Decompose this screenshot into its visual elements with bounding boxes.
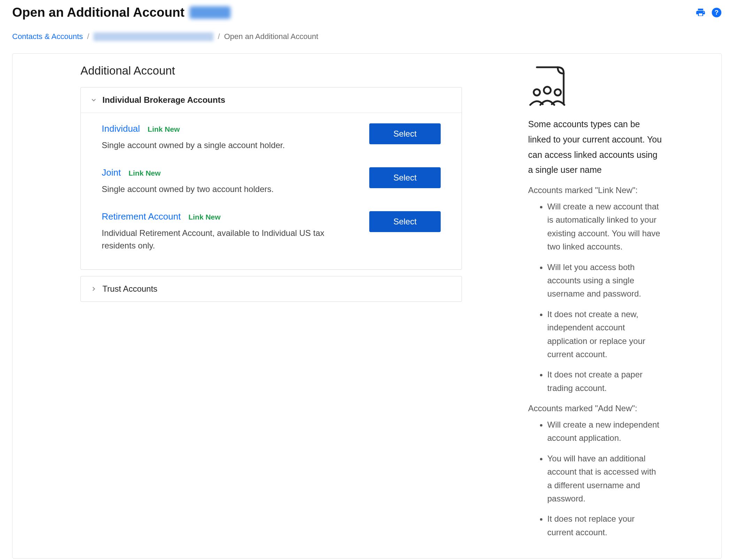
info-bullet: Will let you access both accounts using … <box>547 261 662 301</box>
info-bullet: It does not replace your current account… <box>547 512 662 539</box>
info-bullet: You will have an additional account that… <box>547 452 662 506</box>
breadcrumb-root[interactable]: Contacts & Accounts <box>12 32 83 41</box>
info-bullet: Will create a new account that is automa… <box>547 200 662 254</box>
svg-point-3 <box>534 89 540 95</box>
breadcrumb-current: Open an Additional Account <box>224 32 318 41</box>
title-wrap: Open an Additional Account <box>12 5 231 20</box>
account-text: Individual Link New Single account owned… <box>102 123 359 152</box>
account-text: Retirement Account Link New Individual R… <box>102 211 359 252</box>
account-title: Joint <box>102 167 121 178</box>
main-card: Additional Account Individual Brokerage … <box>12 53 722 559</box>
card-left: Additional Account Individual Brokerage … <box>80 64 462 548</box>
select-button-joint[interactable]: Select <box>369 167 441 188</box>
svg-point-2 <box>544 87 551 94</box>
print-icon[interactable] <box>695 7 706 18</box>
accordion-trust: Trust Accounts <box>80 276 462 302</box>
svg-point-4 <box>555 89 561 95</box>
account-text: Joint Link New Single account owned by t… <box>102 167 359 195</box>
accordion-trust-label: Trust Accounts <box>102 284 157 294</box>
info-panel: Some accounts types can be linked to you… <box>528 64 662 548</box>
info-bullet: Will create a new independent account ap… <box>547 418 662 445</box>
account-desc: Single account owned by a single account… <box>102 139 359 152</box>
accordion-brokerage-header[interactable]: Individual Brokerage Accounts <box>81 87 462 113</box>
svg-text:?: ? <box>714 9 718 16</box>
info-intro: Some accounts types can be linked to you… <box>528 117 662 178</box>
breadcrumb-separator: / <box>87 32 89 41</box>
chevron-down-icon <box>90 96 98 104</box>
info-illustration <box>528 66 662 108</box>
accordion-brokerage: Individual Brokerage Accounts Individual… <box>80 87 462 270</box>
info-bullet: It does not create a new, independent ac… <box>547 308 662 361</box>
select-button-retirement[interactable]: Select <box>369 211 441 232</box>
info-link-heading: Accounts marked "Link New": <box>528 185 662 195</box>
account-desc: Single account owned by two account hold… <box>102 183 359 195</box>
account-title-row: Joint Link New <box>102 167 359 178</box>
info-link-list: Will create a new account that is automa… <box>528 200 662 395</box>
account-desc: Individual Retirement Account, available… <box>102 227 359 252</box>
account-item-retirement: Retirement Account Link New Individual R… <box>102 211 441 252</box>
page-header: Open an Additional Account ? <box>12 5 722 20</box>
accordion-brokerage-label: Individual Brokerage Accounts <box>102 95 225 105</box>
account-title-row: Individual Link New <box>102 123 359 134</box>
page-title: Open an Additional Account <box>12 5 185 20</box>
accordion-brokerage-body: Individual Link New Single account owned… <box>81 113 462 269</box>
breadcrumb: Contacts & Accounts / / Open an Addition… <box>12 32 722 41</box>
section-title: Additional Account <box>80 64 462 77</box>
info-add-list: Will create a new independent account ap… <box>528 418 662 539</box>
info-add-heading: Accounts marked "Add New": <box>528 404 662 413</box>
account-tag-link-new: Link New <box>129 169 161 177</box>
account-tag-link-new: Link New <box>188 213 221 221</box>
accordion-trust-header[interactable]: Trust Accounts <box>81 276 462 301</box>
account-title-row: Retirement Account Link New <box>102 211 359 222</box>
account-item-individual: Individual Link New Single account owned… <box>102 123 441 152</box>
select-button-individual[interactable]: Select <box>369 123 441 144</box>
account-badge-blurred <box>190 6 231 19</box>
account-title: Retirement Account <box>102 211 181 222</box>
header-icons: ? <box>695 7 722 18</box>
account-title: Individual <box>102 123 140 134</box>
breadcrumb-separator: / <box>218 32 220 41</box>
info-bullet: It does not create a paper trading accou… <box>547 368 662 395</box>
help-icon[interactable]: ? <box>711 7 722 18</box>
chevron-right-icon <box>90 285 98 293</box>
account-item-joint: Joint Link New Single account owned by t… <box>102 167 441 195</box>
breadcrumb-account-blurred[interactable] <box>93 32 214 41</box>
account-tag-link-new: Link New <box>148 125 180 133</box>
